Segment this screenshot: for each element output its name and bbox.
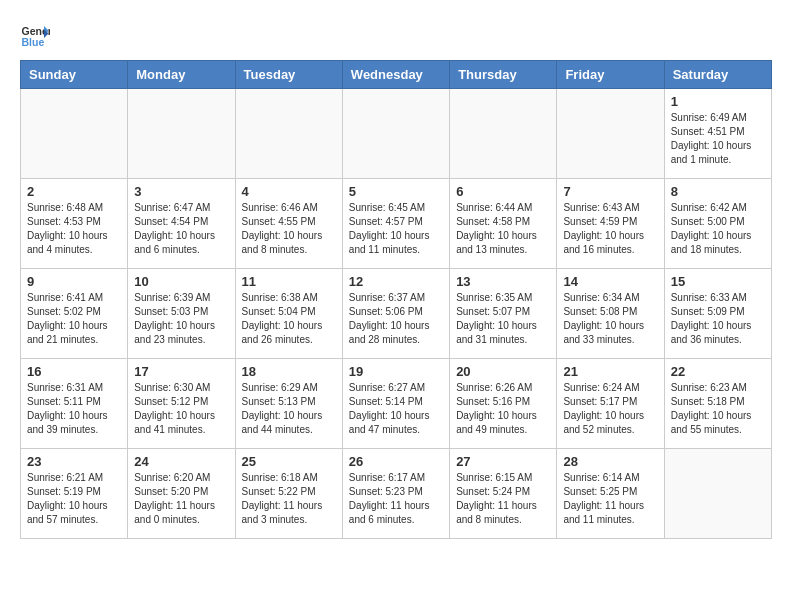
day-number: 8 [671, 184, 765, 199]
calendar-cell: 28Sunrise: 6:14 AM Sunset: 5:25 PM Dayli… [557, 449, 664, 539]
day-number: 4 [242, 184, 336, 199]
day-number: 15 [671, 274, 765, 289]
week-row-0: 1Sunrise: 6:49 AM Sunset: 4:51 PM Daylig… [21, 89, 772, 179]
calendar-cell: 5Sunrise: 6:45 AM Sunset: 4:57 PM Daylig… [342, 179, 449, 269]
calendar-cell: 12Sunrise: 6:37 AM Sunset: 5:06 PM Dayli… [342, 269, 449, 359]
day-number: 9 [27, 274, 121, 289]
weekday-header-wednesday: Wednesday [342, 61, 449, 89]
day-number: 13 [456, 274, 550, 289]
day-number: 2 [27, 184, 121, 199]
day-info: Sunrise: 6:34 AM Sunset: 5:08 PM Dayligh… [563, 291, 657, 347]
day-info: Sunrise: 6:38 AM Sunset: 5:04 PM Dayligh… [242, 291, 336, 347]
weekday-header-saturday: Saturday [664, 61, 771, 89]
calendar-cell: 11Sunrise: 6:38 AM Sunset: 5:04 PM Dayli… [235, 269, 342, 359]
day-info: Sunrise: 6:49 AM Sunset: 4:51 PM Dayligh… [671, 111, 765, 167]
calendar-cell: 6Sunrise: 6:44 AM Sunset: 4:58 PM Daylig… [450, 179, 557, 269]
day-number: 24 [134, 454, 228, 469]
calendar-cell: 17Sunrise: 6:30 AM Sunset: 5:12 PM Dayli… [128, 359, 235, 449]
calendar-cell: 10Sunrise: 6:39 AM Sunset: 5:03 PM Dayli… [128, 269, 235, 359]
calendar-cell: 24Sunrise: 6:20 AM Sunset: 5:20 PM Dayli… [128, 449, 235, 539]
calendar-cell: 13Sunrise: 6:35 AM Sunset: 5:07 PM Dayli… [450, 269, 557, 359]
day-info: Sunrise: 6:26 AM Sunset: 5:16 PM Dayligh… [456, 381, 550, 437]
day-number: 16 [27, 364, 121, 379]
calendar-cell: 16Sunrise: 6:31 AM Sunset: 5:11 PM Dayli… [21, 359, 128, 449]
calendar-table: SundayMondayTuesdayWednesdayThursdayFrid… [20, 60, 772, 539]
calendar-cell: 3Sunrise: 6:47 AM Sunset: 4:54 PM Daylig… [128, 179, 235, 269]
weekday-header-friday: Friday [557, 61, 664, 89]
day-number: 18 [242, 364, 336, 379]
weekday-header-tuesday: Tuesday [235, 61, 342, 89]
weekday-header-sunday: Sunday [21, 61, 128, 89]
day-number: 27 [456, 454, 550, 469]
day-number: 28 [563, 454, 657, 469]
week-row-2: 9Sunrise: 6:41 AM Sunset: 5:02 PM Daylig… [21, 269, 772, 359]
day-number: 7 [563, 184, 657, 199]
calendar-cell [21, 89, 128, 179]
day-info: Sunrise: 6:31 AM Sunset: 5:11 PM Dayligh… [27, 381, 121, 437]
day-info: Sunrise: 6:39 AM Sunset: 5:03 PM Dayligh… [134, 291, 228, 347]
svg-text:Blue: Blue [22, 36, 45, 48]
calendar-cell: 27Sunrise: 6:15 AM Sunset: 5:24 PM Dayli… [450, 449, 557, 539]
day-number: 22 [671, 364, 765, 379]
day-info: Sunrise: 6:21 AM Sunset: 5:19 PM Dayligh… [27, 471, 121, 527]
day-info: Sunrise: 6:20 AM Sunset: 5:20 PM Dayligh… [134, 471, 228, 527]
day-info: Sunrise: 6:42 AM Sunset: 5:00 PM Dayligh… [671, 201, 765, 257]
day-info: Sunrise: 6:23 AM Sunset: 5:18 PM Dayligh… [671, 381, 765, 437]
day-info: Sunrise: 6:27 AM Sunset: 5:14 PM Dayligh… [349, 381, 443, 437]
day-number: 17 [134, 364, 228, 379]
header: General Blue [20, 20, 772, 50]
day-info: Sunrise: 6:43 AM Sunset: 4:59 PM Dayligh… [563, 201, 657, 257]
day-number: 1 [671, 94, 765, 109]
day-info: Sunrise: 6:15 AM Sunset: 5:24 PM Dayligh… [456, 471, 550, 527]
calendar-cell: 20Sunrise: 6:26 AM Sunset: 5:16 PM Dayli… [450, 359, 557, 449]
day-info: Sunrise: 6:44 AM Sunset: 4:58 PM Dayligh… [456, 201, 550, 257]
day-info: Sunrise: 6:30 AM Sunset: 5:12 PM Dayligh… [134, 381, 228, 437]
day-number: 3 [134, 184, 228, 199]
day-number: 26 [349, 454, 443, 469]
day-number: 20 [456, 364, 550, 379]
week-row-1: 2Sunrise: 6:48 AM Sunset: 4:53 PM Daylig… [21, 179, 772, 269]
calendar-cell [450, 89, 557, 179]
weekday-header-thursday: Thursday [450, 61, 557, 89]
day-number: 5 [349, 184, 443, 199]
day-info: Sunrise: 6:14 AM Sunset: 5:25 PM Dayligh… [563, 471, 657, 527]
day-info: Sunrise: 6:41 AM Sunset: 5:02 PM Dayligh… [27, 291, 121, 347]
day-info: Sunrise: 6:18 AM Sunset: 5:22 PM Dayligh… [242, 471, 336, 527]
day-number: 12 [349, 274, 443, 289]
day-info: Sunrise: 6:24 AM Sunset: 5:17 PM Dayligh… [563, 381, 657, 437]
calendar-cell: 18Sunrise: 6:29 AM Sunset: 5:13 PM Dayli… [235, 359, 342, 449]
day-number: 11 [242, 274, 336, 289]
day-number: 14 [563, 274, 657, 289]
weekday-header-row: SundayMondayTuesdayWednesdayThursdayFrid… [21, 61, 772, 89]
calendar-cell: 25Sunrise: 6:18 AM Sunset: 5:22 PM Dayli… [235, 449, 342, 539]
logo: General Blue [20, 20, 50, 50]
day-info: Sunrise: 6:46 AM Sunset: 4:55 PM Dayligh… [242, 201, 336, 257]
day-info: Sunrise: 6:45 AM Sunset: 4:57 PM Dayligh… [349, 201, 443, 257]
calendar-cell: 26Sunrise: 6:17 AM Sunset: 5:23 PM Dayli… [342, 449, 449, 539]
calendar-cell [235, 89, 342, 179]
week-row-3: 16Sunrise: 6:31 AM Sunset: 5:11 PM Dayli… [21, 359, 772, 449]
day-info: Sunrise: 6:35 AM Sunset: 5:07 PM Dayligh… [456, 291, 550, 347]
calendar-cell: 7Sunrise: 6:43 AM Sunset: 4:59 PM Daylig… [557, 179, 664, 269]
day-number: 6 [456, 184, 550, 199]
day-info: Sunrise: 6:29 AM Sunset: 5:13 PM Dayligh… [242, 381, 336, 437]
calendar-cell [664, 449, 771, 539]
calendar-cell [557, 89, 664, 179]
calendar-cell: 23Sunrise: 6:21 AM Sunset: 5:19 PM Dayli… [21, 449, 128, 539]
logo-icon: General Blue [20, 20, 50, 50]
day-number: 25 [242, 454, 336, 469]
day-number: 23 [27, 454, 121, 469]
day-info: Sunrise: 6:33 AM Sunset: 5:09 PM Dayligh… [671, 291, 765, 347]
week-row-4: 23Sunrise: 6:21 AM Sunset: 5:19 PM Dayli… [21, 449, 772, 539]
calendar-cell [128, 89, 235, 179]
calendar-cell: 22Sunrise: 6:23 AM Sunset: 5:18 PM Dayli… [664, 359, 771, 449]
calendar-cell: 1Sunrise: 6:49 AM Sunset: 4:51 PM Daylig… [664, 89, 771, 179]
day-info: Sunrise: 6:17 AM Sunset: 5:23 PM Dayligh… [349, 471, 443, 527]
calendar-cell: 9Sunrise: 6:41 AM Sunset: 5:02 PM Daylig… [21, 269, 128, 359]
day-info: Sunrise: 6:48 AM Sunset: 4:53 PM Dayligh… [27, 201, 121, 257]
calendar-cell: 4Sunrise: 6:46 AM Sunset: 4:55 PM Daylig… [235, 179, 342, 269]
weekday-header-monday: Monday [128, 61, 235, 89]
day-info: Sunrise: 6:47 AM Sunset: 4:54 PM Dayligh… [134, 201, 228, 257]
day-number: 19 [349, 364, 443, 379]
day-number: 21 [563, 364, 657, 379]
